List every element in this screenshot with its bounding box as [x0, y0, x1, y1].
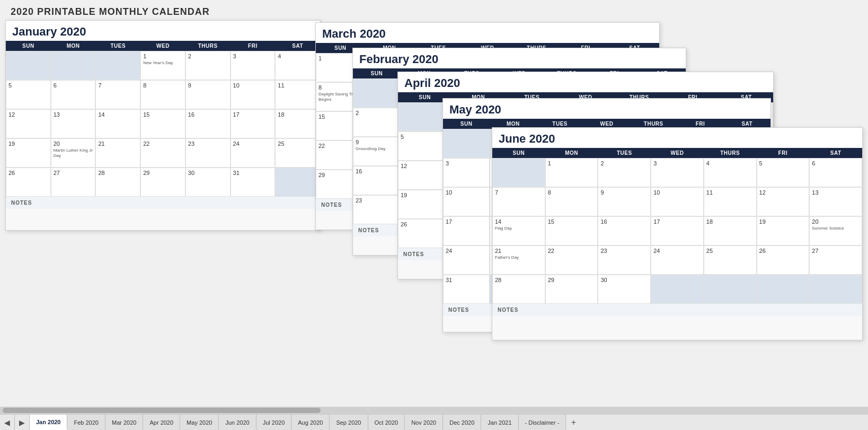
table-row: 14 — [95, 109, 140, 138]
jun-notes-area — [492, 316, 862, 340]
table-row: 17 — [231, 109, 276, 138]
table-row: 28 — [492, 275, 545, 304]
tab-scroll-left[interactable]: ◀ — [0, 415, 15, 430]
jun-grid: 1 2 3 4 5 6 7 8 9 10 11 12 13 14Flag Day… — [492, 158, 862, 304]
table-row: 27 — [809, 245, 862, 275]
table-row: 4 — [704, 158, 757, 187]
calendar-january: January 2020 SUN MON TUES WED THURS FRI … — [5, 20, 321, 231]
apr-title: April 2020 — [398, 72, 773, 92]
table-row: 31 — [231, 168, 276, 197]
table-row: 20Summer Solstice — [809, 216, 862, 245]
table-row: 2 — [598, 158, 651, 187]
table-row — [443, 129, 490, 158]
table-row: 17 — [443, 216, 490, 245]
jun-notes: NOTES — [492, 304, 862, 316]
table-row: 16 — [353, 166, 401, 195]
tab-nov-2020[interactable]: Nov 2020 — [405, 415, 443, 430]
table-row: 22 — [140, 138, 185, 168]
table-row: 18 — [275, 109, 320, 138]
table-row: 9 — [598, 187, 651, 216]
table-row: 20Martin Luther King Jr Day — [51, 138, 96, 168]
table-row: 3 — [651, 158, 704, 187]
table-row: 21 — [95, 138, 140, 168]
mar-title: March 2020 — [316, 23, 659, 43]
table-row: 21Father's Day — [492, 245, 545, 275]
tab-jan-2020[interactable]: Jan 2020 — [30, 415, 67, 430]
table-row: 16 — [598, 216, 651, 245]
table-row: 24 — [651, 245, 704, 275]
tab-apr-2020[interactable]: Apr 2020 — [143, 415, 180, 430]
table-row: 12 — [757, 187, 810, 216]
table-row: 17 — [651, 216, 704, 245]
jan-hdr-thu: THURS — [185, 41, 231, 51]
table-row: 28 — [95, 168, 140, 197]
horizontal-scrollbar[interactable] — [0, 407, 868, 414]
tab-add-button[interactable]: + — [566, 415, 581, 430]
table-row: 3 — [443, 158, 490, 187]
tab-aug-2020[interactable]: Aug 2020 — [291, 415, 330, 430]
table-row — [51, 51, 96, 80]
table-row: 7 — [95, 80, 140, 109]
table-row: 6 — [51, 80, 96, 109]
table-row: 29 — [140, 168, 185, 197]
table-row: 23 — [353, 195, 401, 224]
tab-scroll-right[interactable]: ▶ — [15, 415, 30, 430]
table-row: 8 — [545, 187, 598, 216]
tab-jul-2020[interactable]: Jul 2020 — [256, 415, 292, 430]
table-row: 3 — [231, 51, 276, 80]
jan-hdr-sat: SAT — [275, 41, 320, 51]
jan-grid: 1New Year's Day 2 3 4 5 6 7 8 9 10 11 12… — [6, 51, 320, 197]
tab-jun-2020[interactable]: Jun 2020 — [219, 415, 256, 430]
table-row: 31 — [443, 275, 490, 304]
jun-title: June 2020 — [492, 128, 862, 148]
table-row: 30 — [598, 275, 651, 304]
table-row: 12 — [6, 109, 51, 138]
tab-may-2020[interactable]: May 2020 — [180, 415, 219, 430]
tab-disclaimer[interactable]: - Disclaimer - — [519, 415, 566, 430]
table-row: 1New Year's Day — [140, 51, 185, 80]
calendar-june: June 2020 SUN MON TUES WED THURS FRI SAT… — [492, 127, 863, 340]
jan-hdr-wed: WED — [140, 41, 185, 51]
table-row: 18 — [704, 216, 757, 245]
jan-hdr-tue: TUES — [95, 41, 140, 51]
table-row — [353, 78, 401, 108]
table-row: 26 — [6, 168, 51, 197]
table-row: 11 — [275, 80, 320, 109]
jan-hdr-mon: MON — [51, 41, 96, 51]
table-row — [492, 158, 545, 187]
table-row: 11 — [704, 187, 757, 216]
table-row: 1 — [545, 158, 598, 187]
table-row: 9Groundhog Day — [353, 137, 401, 166]
table-row: 27 — [51, 168, 96, 197]
tab-oct-2020[interactable]: Oct 2020 — [368, 415, 405, 430]
table-row: 13 — [809, 187, 862, 216]
table-row: 24 — [443, 245, 490, 275]
table-row: 26 — [757, 245, 810, 275]
table-row: 19 — [757, 216, 810, 245]
table-row: 5 — [757, 158, 810, 187]
tab-feb-2020[interactable]: Feb 2020 — [67, 415, 105, 430]
table-row: 6 — [809, 158, 862, 187]
table-row: 24 — [231, 138, 276, 168]
tab-dec-2020[interactable]: Dec 2020 — [443, 415, 481, 430]
table-row — [704, 275, 757, 304]
table-row: 9 — [185, 80, 231, 109]
jan-hdr-fri: FRI — [231, 41, 276, 51]
tab-sep-2020[interactable]: Sep 2020 — [330, 415, 368, 430]
table-row — [275, 168, 320, 197]
scroll-thumb[interactable] — [3, 408, 321, 413]
table-row: 5 — [6, 80, 51, 109]
may-title: May 2020 — [443, 99, 770, 119]
table-row — [809, 275, 862, 304]
table-row: 23 — [185, 138, 231, 168]
table-row — [6, 51, 51, 80]
page-title: 2020 PRINTABLE MONTHLY CALENDAR — [0, 0, 868, 20]
table-row: 23 — [598, 245, 651, 275]
table-row: 8 — [140, 80, 185, 109]
table-row: 14Flag Day — [492, 216, 545, 245]
tab-mar-2020[interactable]: Mar 2020 — [105, 415, 143, 430]
tab-jan-2021[interactable]: Jan 2021 — [481, 415, 518, 430]
jun-header: SUN MON TUES WED THURS FRI SAT — [492, 148, 862, 158]
jan-header: SUN MON TUES WED THURS FRI SAT — [6, 41, 320, 51]
table-row: 2 — [185, 51, 231, 80]
